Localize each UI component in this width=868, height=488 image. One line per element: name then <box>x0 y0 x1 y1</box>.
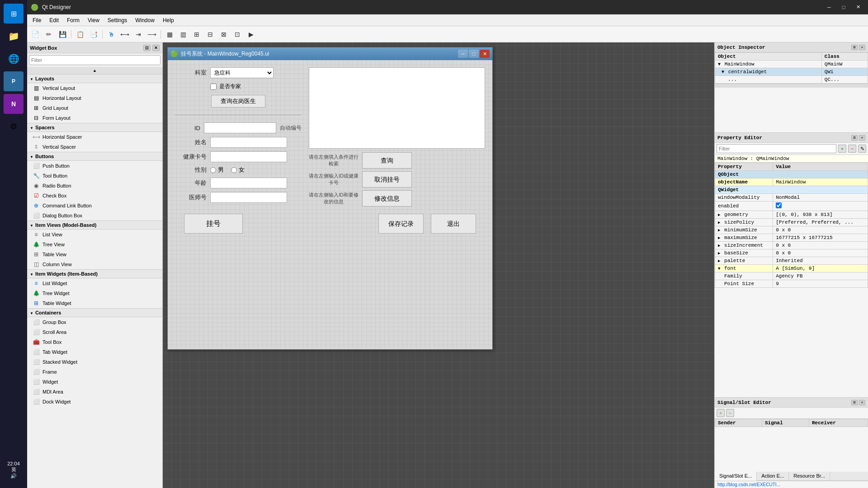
pe-val-windowmodality[interactable]: NonModal <box>773 194 868 202</box>
exit-btn[interactable]: 退出 <box>431 214 476 234</box>
taskbar-file-manager[interactable]: 📁 <box>4 26 24 46</box>
oi-row-centralwidget[interactable]: ▼ centralwidget QWi <box>715 68 868 76</box>
menu-file[interactable]: File <box>29 16 45 25</box>
wb-close-btn[interactable]: ✕ <box>152 45 160 51</box>
pe-val-maximumsize[interactable]: 16777215 x 16777215 <box>773 234 868 242</box>
gender-female-radio[interactable] <box>231 167 237 173</box>
sse-tab-resource[interactable]: Resource Br... <box>789 472 830 480</box>
widget-scroll-area[interactable]: ⬜ Scroll Area <box>27 327 162 337</box>
toolbar-break[interactable]: ⊠ <box>217 28 230 40</box>
menu-settings[interactable]: Settings <box>104 16 131 25</box>
toolbar-save[interactable]: 💾 <box>56 28 69 40</box>
widget-stacked-widget[interactable]: ⬜ Stacked Widget <box>27 357 162 367</box>
maximize-button[interactable]: □ <box>837 2 850 12</box>
widget-table-view[interactable]: ⊞ Table View <box>27 249 162 259</box>
age-input[interactable] <box>210 178 287 188</box>
toolbar-layout-grid[interactable]: ⊞ <box>190 28 203 40</box>
form-close-btn[interactable]: ✕ <box>480 50 490 58</box>
pe-prop-minimumsize[interactable]: ▶ minimumSize <box>715 226 773 234</box>
id-input[interactable] <box>204 122 276 133</box>
oi-row-mainwindow[interactable]: ▼ MainWindow QMainW <box>715 61 868 68</box>
name-input[interactable] <box>210 137 287 148</box>
widget-check-box[interactable]: ☑ Check Box <box>27 191 162 201</box>
pe-filter-input[interactable] <box>717 144 836 153</box>
widget-tab-widget[interactable]: ⬜ Tab Widget <box>27 347 162 357</box>
pe-val-minimumsize[interactable]: 0 x 0 <box>773 226 868 234</box>
close-button[interactable]: ✕ <box>852 2 864 12</box>
scroll-up[interactable]: ▲ <box>27 67 162 74</box>
widget-dialog-button-box[interactable]: ⬜ Dialog Button Box <box>27 211 162 221</box>
pe-prop-maximumsize[interactable]: ▶ maximumSize <box>715 234 773 242</box>
specialist-checkbox[interactable] <box>210 84 217 90</box>
pe-row-enabled[interactable]: enabled <box>715 202 868 211</box>
health-card-input[interactable] <box>210 151 287 162</box>
pe-val-basesize[interactable]: 0 x 0 <box>773 249 868 257</box>
pe-val-font[interactable]: A [SimSun, 9] <box>773 265 868 272</box>
widget-list-widget[interactable]: ≡ List Widget <box>27 278 162 288</box>
widget-tool-box[interactable]: 🧰 Tool Box <box>27 337 162 347</box>
section-containers[interactable]: Containers <box>27 308 162 317</box>
widget-grid-layout[interactable]: ⊞ Grid Layout <box>27 103 162 113</box>
pe-row-font[interactable]: ▼ font A [SimSun, 9] <box>715 265 868 272</box>
pe-val-objectname[interactable]: MainWindow <box>773 178 868 186</box>
department-select[interactable]: 急症科 <box>210 67 274 78</box>
toolbar-pointer[interactable]: 🖱 <box>105 28 118 40</box>
toolbar-layout-v[interactable]: ▥ <box>177 28 189 40</box>
pe-prop-sizepolicy[interactable]: ▶ sizePolicy <box>715 219 773 226</box>
menu-help[interactable]: Help <box>159 16 178 25</box>
modify-info-btn[interactable]: 修改信息 <box>362 190 412 206</box>
pe-row-basesize[interactable]: ▶ baseSize 0 x 0 <box>715 249 868 257</box>
oi-scrollbar[interactable] <box>715 84 868 88</box>
toolbar-buddy[interactable]: ⟶ <box>146 28 158 40</box>
toolbar-paste[interactable]: 📑 <box>87 28 100 40</box>
widget-tool-button[interactable]: 🔧 Tool Button <box>27 171 162 181</box>
toolbar-new[interactable]: 📄 <box>29 28 42 40</box>
widget-command-link-button[interactable]: ⊕ Command Link Button <box>27 201 162 211</box>
pe-val-sizeincrement[interactable]: 0 x 0 <box>773 242 868 249</box>
sse-add-btn[interactable]: + <box>717 409 725 417</box>
pe-edit-btn[interactable]: ✎ <box>858 145 866 153</box>
widget-list-view[interactable]: ≡ List View <box>27 230 162 239</box>
oi-row-child[interactable]: ... QC... <box>715 76 868 84</box>
widget-vertical-layout[interactable]: ▥ Vertical Layout <box>27 83 162 93</box>
toolbar-layout-form[interactable]: ⊟ <box>204 28 217 40</box>
pe-row-objectname[interactable]: objectName MainWindow <box>715 178 868 186</box>
widget-tree-view[interactable]: 🌲 Tree View <box>27 239 162 249</box>
oi-close-btn[interactable]: ✕ <box>859 45 865 50</box>
toolbar-preview[interactable]: ▶ <box>245 28 257 40</box>
widget-box-filter[interactable] <box>29 55 160 65</box>
query-doctors-btn[interactable]: 查询在岗医生 <box>211 95 265 108</box>
taskbar-settings[interactable]: ⚙ <box>4 117 24 136</box>
toolbar-adjust[interactable]: ⊡ <box>231 28 244 40</box>
minimize-button[interactable]: ─ <box>823 2 835 12</box>
widget-radio-button[interactable]: ◉ Radio Button <box>27 181 162 191</box>
pe-prop-font[interactable]: ▼ font <box>715 265 773 272</box>
section-buttons[interactable]: Buttons <box>27 152 162 161</box>
pe-row-maximumsize[interactable]: ▶ maximumSize 16777215 x 16777215 <box>715 234 868 242</box>
toolbar-edit[interactable]: ✏ <box>42 28 55 40</box>
pe-float-btn[interactable]: ⊡ <box>851 135 858 141</box>
search-btn[interactable]: 查询 <box>362 152 412 169</box>
menu-window[interactable]: Window <box>132 16 158 25</box>
pe-row-sizepolicy[interactable]: ▶ sizePolicy [Preferred, Preferred, ... <box>715 219 868 226</box>
pe-val-enabled[interactable] <box>773 202 868 211</box>
widget-horizontal-spacer[interactable]: ⟷ Horizontal Spacer <box>27 132 162 142</box>
widget-tree-widget[interactable]: 🌲 Tree Widget <box>27 288 162 298</box>
widget-frame[interactable]: ⬜ Frame <box>27 367 162 377</box>
menu-form[interactable]: Form <box>63 16 83 25</box>
save-record-btn[interactable]: 保存记录 <box>378 214 424 234</box>
taskbar-browser[interactable]: 🌐 <box>4 49 24 69</box>
section-item-widgets[interactable]: Item Widgets (Item-Based) <box>27 269 162 278</box>
widget-horizontal-layout[interactable]: ▤ Horizontal Layout <box>27 93 162 103</box>
widget-form-layout[interactable]: ⊟ Form Layout <box>27 113 162 123</box>
cancel-registration-btn[interactable]: 取消挂号 <box>362 171 412 188</box>
sse-float-btn[interactable]: ⊡ <box>851 400 858 405</box>
widget-column-view[interactable]: ◫ Column View <box>27 259 162 269</box>
sse-remove-btn[interactable]: − <box>726 409 734 417</box>
sse-tab-signal-slot[interactable]: Signal/Slot E... <box>715 472 757 481</box>
pe-row-family[interactable]: Family Agency FB <box>715 272 868 280</box>
pe-close-btn[interactable]: ✕ <box>859 135 865 141</box>
taskbar-ide[interactable]: P <box>4 71 24 91</box>
oi-float-btn[interactable]: ⊡ <box>851 45 858 50</box>
section-item-views[interactable]: Item Views (Model-Based) <box>27 221 162 230</box>
